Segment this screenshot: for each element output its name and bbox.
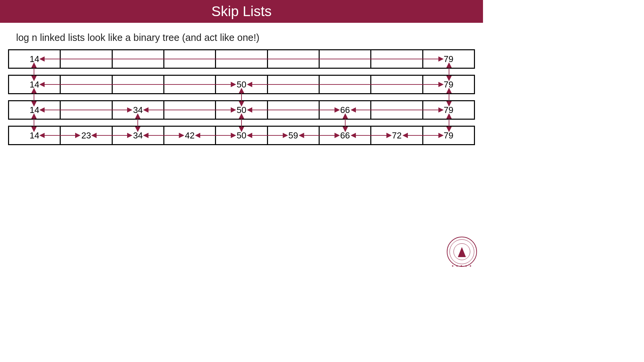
slide-title: Skip Lists [211,3,272,19]
skiplist-cell [61,50,112,68]
skiplist-cell: 66 [320,127,371,144]
skiplist-level-2: 1434506679 [8,100,475,120]
skiplist-cell [216,50,268,68]
skiplist-cell [268,50,320,68]
slide-title-bar: Skip Lists [0,0,483,23]
skiplist-cell: 66 [320,101,371,119]
skiplist-cell: 14 [9,127,61,144]
skiplist-cell [268,76,320,93]
skiplist-cell: 34 [113,127,164,144]
skiplist-cell: 42 [164,127,216,144]
skiplist-cell [371,76,423,93]
skiplist-cell: 14 [9,50,61,68]
skiplist-cell [164,50,216,68]
skiplist-cell: 79 [423,76,474,93]
skiplist-cell [371,101,423,119]
skiplist-cell: 14 [9,76,61,93]
skiplist-cell [113,76,164,93]
slide-subtitle: log n linked lists look like a binary tr… [16,32,483,43]
skiplist-cell [61,76,112,93]
skiplist-cell: 79 [423,50,474,68]
skiplist-cell [164,101,216,119]
skiplist-level-1: 145079 [8,75,475,94]
skiplist-cell [268,101,320,119]
skiplist-diagram: 14791450791434506679142334425059667279 [8,49,475,145]
skiplist-cell: 50 [216,127,268,144]
skiplist-cell: 50 [216,76,268,93]
skiplist-cell: 59 [268,127,320,144]
skiplist-cell: 79 [423,127,474,144]
skiplist-cell [164,76,216,93]
skiplist-cell: 50 [216,101,268,119]
skiplist-cell [371,50,423,68]
skiplist-cell: 14 [9,101,61,119]
skiplist-cell: 79 [423,101,474,119]
skiplist-cell [320,76,371,93]
skiplist-cell [320,50,371,68]
skiplist-cell [61,101,112,119]
skiplist-level-0: 1479 [8,49,475,69]
stanford-seal-icon: ★ ★ ★ ★ ★ [447,237,477,267]
skiplist-level-3: 142334425059667279 [8,126,475,145]
skiplist-cell: 72 [371,127,423,144]
skiplist-cell: 34 [113,101,164,119]
skiplist-cell [113,50,164,68]
skiplist-cell: 23 [61,127,112,144]
